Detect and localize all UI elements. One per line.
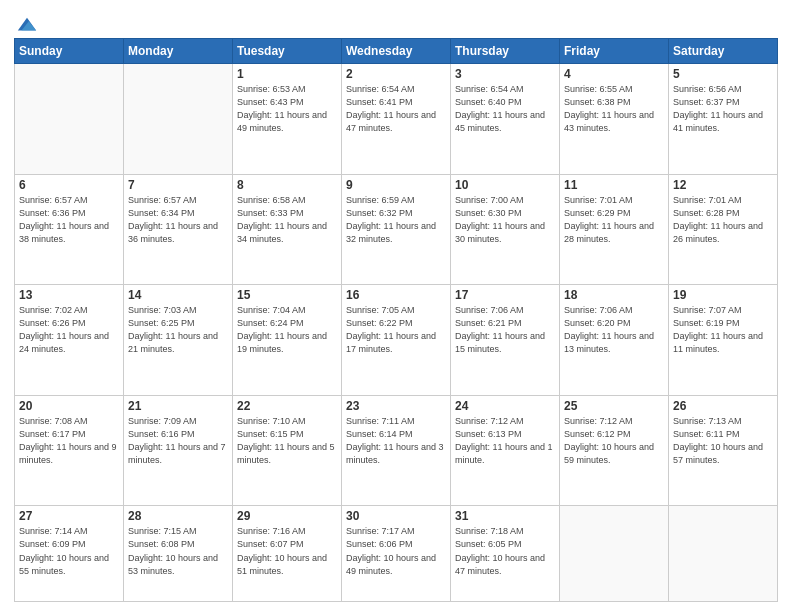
day-number: 5 (673, 67, 773, 81)
calendar-cell: 3Sunrise: 6:54 AM Sunset: 6:40 PM Daylig… (451, 64, 560, 175)
day-number: 26 (673, 399, 773, 413)
calendar-cell: 12Sunrise: 7:01 AM Sunset: 6:28 PM Dayli… (669, 174, 778, 285)
calendar: SundayMondayTuesdayWednesdayThursdayFrid… (14, 38, 778, 602)
day-number: 28 (128, 509, 228, 523)
day-number: 8 (237, 178, 337, 192)
day-number: 21 (128, 399, 228, 413)
day-number: 9 (346, 178, 446, 192)
day-info: Sunrise: 7:13 AM Sunset: 6:11 PM Dayligh… (673, 415, 773, 467)
day-info: Sunrise: 7:03 AM Sunset: 6:25 PM Dayligh… (128, 304, 228, 356)
calendar-cell: 9Sunrise: 6:59 AM Sunset: 6:32 PM Daylig… (342, 174, 451, 285)
day-number: 29 (237, 509, 337, 523)
day-info: Sunrise: 6:55 AM Sunset: 6:38 PM Dayligh… (564, 83, 664, 135)
day-number: 4 (564, 67, 664, 81)
weekday-header: Tuesday (233, 39, 342, 64)
weekday-header: Monday (124, 39, 233, 64)
calendar-cell (15, 64, 124, 175)
calendar-cell: 10Sunrise: 7:00 AM Sunset: 6:30 PM Dayli… (451, 174, 560, 285)
day-info: Sunrise: 7:12 AM Sunset: 6:12 PM Dayligh… (564, 415, 664, 467)
calendar-cell: 1Sunrise: 6:53 AM Sunset: 6:43 PM Daylig… (233, 64, 342, 175)
day-info: Sunrise: 6:57 AM Sunset: 6:36 PM Dayligh… (19, 194, 119, 246)
day-number: 20 (19, 399, 119, 413)
calendar-cell: 16Sunrise: 7:05 AM Sunset: 6:22 PM Dayli… (342, 285, 451, 396)
calendar-cell: 30Sunrise: 7:17 AM Sunset: 6:06 PM Dayli… (342, 506, 451, 602)
day-info: Sunrise: 7:09 AM Sunset: 6:16 PM Dayligh… (128, 415, 228, 467)
calendar-cell: 14Sunrise: 7:03 AM Sunset: 6:25 PM Dayli… (124, 285, 233, 396)
day-number: 17 (455, 288, 555, 302)
calendar-cell: 25Sunrise: 7:12 AM Sunset: 6:12 PM Dayli… (560, 395, 669, 506)
day-info: Sunrise: 7:10 AM Sunset: 6:15 PM Dayligh… (237, 415, 337, 467)
weekday-header: Thursday (451, 39, 560, 64)
day-info: Sunrise: 7:16 AM Sunset: 6:07 PM Dayligh… (237, 525, 337, 577)
weekday-header: Sunday (15, 39, 124, 64)
day-number: 7 (128, 178, 228, 192)
day-number: 10 (455, 178, 555, 192)
day-info: Sunrise: 7:00 AM Sunset: 6:30 PM Dayligh… (455, 194, 555, 246)
day-number: 16 (346, 288, 446, 302)
calendar-cell: 29Sunrise: 7:16 AM Sunset: 6:07 PM Dayli… (233, 506, 342, 602)
calendar-cell: 7Sunrise: 6:57 AM Sunset: 6:34 PM Daylig… (124, 174, 233, 285)
day-info: Sunrise: 7:15 AM Sunset: 6:08 PM Dayligh… (128, 525, 228, 577)
weekday-header: Saturday (669, 39, 778, 64)
day-number: 6 (19, 178, 119, 192)
day-info: Sunrise: 7:01 AM Sunset: 6:28 PM Dayligh… (673, 194, 773, 246)
calendar-cell: 26Sunrise: 7:13 AM Sunset: 6:11 PM Dayli… (669, 395, 778, 506)
calendar-cell: 27Sunrise: 7:14 AM Sunset: 6:09 PM Dayli… (15, 506, 124, 602)
day-info: Sunrise: 7:06 AM Sunset: 6:21 PM Dayligh… (455, 304, 555, 356)
logo (14, 14, 38, 32)
calendar-cell: 2Sunrise: 6:54 AM Sunset: 6:41 PM Daylig… (342, 64, 451, 175)
day-info: Sunrise: 7:08 AM Sunset: 6:17 PM Dayligh… (19, 415, 119, 467)
calendar-cell: 5Sunrise: 6:56 AM Sunset: 6:37 PM Daylig… (669, 64, 778, 175)
day-info: Sunrise: 6:53 AM Sunset: 6:43 PM Dayligh… (237, 83, 337, 135)
calendar-cell: 20Sunrise: 7:08 AM Sunset: 6:17 PM Dayli… (15, 395, 124, 506)
day-number: 19 (673, 288, 773, 302)
day-number: 1 (237, 67, 337, 81)
day-info: Sunrise: 7:14 AM Sunset: 6:09 PM Dayligh… (19, 525, 119, 577)
day-info: Sunrise: 6:54 AM Sunset: 6:41 PM Dayligh… (346, 83, 446, 135)
logo-icon (16, 14, 38, 36)
page: SundayMondayTuesdayWednesdayThursdayFrid… (0, 0, 792, 612)
header (14, 10, 778, 32)
day-info: Sunrise: 7:02 AM Sunset: 6:26 PM Dayligh… (19, 304, 119, 356)
calendar-cell (669, 506, 778, 602)
day-number: 22 (237, 399, 337, 413)
day-number: 11 (564, 178, 664, 192)
weekday-header: Wednesday (342, 39, 451, 64)
day-number: 2 (346, 67, 446, 81)
day-number: 14 (128, 288, 228, 302)
calendar-cell: 11Sunrise: 7:01 AM Sunset: 6:29 PM Dayli… (560, 174, 669, 285)
calendar-cell (560, 506, 669, 602)
calendar-cell: 21Sunrise: 7:09 AM Sunset: 6:16 PM Dayli… (124, 395, 233, 506)
calendar-cell: 4Sunrise: 6:55 AM Sunset: 6:38 PM Daylig… (560, 64, 669, 175)
day-info: Sunrise: 6:58 AM Sunset: 6:33 PM Dayligh… (237, 194, 337, 246)
calendar-cell: 13Sunrise: 7:02 AM Sunset: 6:26 PM Dayli… (15, 285, 124, 396)
day-number: 13 (19, 288, 119, 302)
day-info: Sunrise: 7:04 AM Sunset: 6:24 PM Dayligh… (237, 304, 337, 356)
day-info: Sunrise: 7:11 AM Sunset: 6:14 PM Dayligh… (346, 415, 446, 467)
day-info: Sunrise: 7:17 AM Sunset: 6:06 PM Dayligh… (346, 525, 446, 577)
day-info: Sunrise: 6:54 AM Sunset: 6:40 PM Dayligh… (455, 83, 555, 135)
calendar-cell: 15Sunrise: 7:04 AM Sunset: 6:24 PM Dayli… (233, 285, 342, 396)
day-info: Sunrise: 7:05 AM Sunset: 6:22 PM Dayligh… (346, 304, 446, 356)
day-info: Sunrise: 7:07 AM Sunset: 6:19 PM Dayligh… (673, 304, 773, 356)
day-info: Sunrise: 6:59 AM Sunset: 6:32 PM Dayligh… (346, 194, 446, 246)
day-info: Sunrise: 6:56 AM Sunset: 6:37 PM Dayligh… (673, 83, 773, 135)
day-info: Sunrise: 7:18 AM Sunset: 6:05 PM Dayligh… (455, 525, 555, 577)
calendar-cell: 31Sunrise: 7:18 AM Sunset: 6:05 PM Dayli… (451, 506, 560, 602)
day-number: 30 (346, 509, 446, 523)
day-number: 18 (564, 288, 664, 302)
calendar-cell (124, 64, 233, 175)
day-number: 27 (19, 509, 119, 523)
calendar-cell: 24Sunrise: 7:12 AM Sunset: 6:13 PM Dayli… (451, 395, 560, 506)
day-number: 12 (673, 178, 773, 192)
calendar-cell: 22Sunrise: 7:10 AM Sunset: 6:15 PM Dayli… (233, 395, 342, 506)
calendar-cell: 23Sunrise: 7:11 AM Sunset: 6:14 PM Dayli… (342, 395, 451, 506)
calendar-cell: 28Sunrise: 7:15 AM Sunset: 6:08 PM Dayli… (124, 506, 233, 602)
calendar-cell: 18Sunrise: 7:06 AM Sunset: 6:20 PM Dayli… (560, 285, 669, 396)
weekday-header: Friday (560, 39, 669, 64)
day-number: 24 (455, 399, 555, 413)
day-info: Sunrise: 6:57 AM Sunset: 6:34 PM Dayligh… (128, 194, 228, 246)
calendar-cell: 8Sunrise: 6:58 AM Sunset: 6:33 PM Daylig… (233, 174, 342, 285)
day-info: Sunrise: 7:12 AM Sunset: 6:13 PM Dayligh… (455, 415, 555, 467)
day-info: Sunrise: 7:06 AM Sunset: 6:20 PM Dayligh… (564, 304, 664, 356)
